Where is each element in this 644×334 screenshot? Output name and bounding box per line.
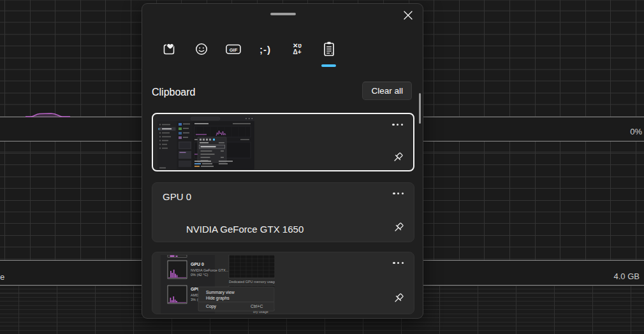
tab-symbols[interactable]: ✕ʋ Δ+ [288, 39, 307, 59]
pin-button[interactable] [392, 221, 406, 235]
item-options-button[interactable] [393, 192, 404, 194]
tab-recent[interactable] [160, 39, 179, 59]
symbols-icon: ✕ʋ Δ+ [293, 43, 302, 55]
axis-label-memory-max: 4.0 GB [614, 272, 640, 281]
pin-button[interactable] [392, 292, 406, 306]
thumb-menu-hide: Hide graphs [206, 296, 230, 301]
clipboard-item-text[interactable]: GPU 0 NVIDIA GeForce GTX 1650 [152, 182, 414, 242]
screenshot-thumbnail [157, 116, 254, 170]
tab-clipboard[interactable] [319, 39, 339, 59]
tab-kaomoji[interactable]: ;-) [256, 39, 275, 59]
kaomoji-icon: ;-) [260, 44, 271, 55]
close-icon [403, 10, 413, 20]
panel-title: Clipboard [152, 87, 195, 98]
tab-bar: GIF ;-) ✕ʋ Δ+ [160, 39, 339, 59]
clipboard-item-screenshot[interactable] [152, 113, 414, 171]
thumb-menu-copy: Copy [206, 304, 216, 309]
thumb-gpu0-sub: NVIDIA GeForce GTX... [191, 268, 229, 272]
pin-icon [392, 151, 404, 164]
tab-gif[interactable]: GIF [224, 39, 243, 59]
item-options-button[interactable] [393, 262, 404, 264]
clear-all-button[interactable]: Clear all [362, 82, 412, 100]
item-options-button[interactable] [392, 124, 403, 126]
thumb-dedicated-label: Dedicated GPU memory usage [229, 280, 275, 284]
gif-icon: GIF [225, 41, 242, 57]
pin-icon [392, 221, 405, 234]
clipboard-text-line2: NVIDIA GeForce GTX 1650 [186, 224, 304, 235]
thumb-gpu0-stat: 0% (42 °C) [191, 273, 209, 277]
gpu-screenshot-thumbnail: GPU 0 NVIDIA GeForce GTX... 0% (42 °C) G… [157, 255, 275, 314]
drag-handle[interactable] [270, 13, 296, 15]
symbols-glyph-bottom: Δ+ [293, 49, 302, 55]
clipboard-icon [321, 41, 337, 57]
axis-label-zero-percent: 0% [630, 127, 642, 136]
heart-box-icon [162, 41, 177, 57]
gpu-usage-curve [26, 109, 70, 117]
clipboard-panel: GIF ;-) ✕ʋ Δ+ Clipboard Clear all [142, 3, 423, 319]
tab-emoji[interactable] [192, 39, 211, 59]
clipboard-text-line1: GPU 0 [163, 191, 191, 202]
thumb-gpu0-name: GPU 0 [191, 262, 204, 266]
thumb-menu-summary: Summary view [206, 290, 235, 295]
clipboard-item-screenshot-2[interactable]: GPU 0 NVIDIA GeForce GTX... 0% (42 °C) G… [152, 252, 414, 314]
pin-button[interactable] [391, 151, 405, 165]
selected-tab-underline [321, 64, 336, 67]
scrollbar[interactable] [419, 93, 421, 124]
close-button[interactable] [399, 6, 418, 25]
emoji-icon [194, 41, 209, 57]
thumb-menu-shortcut: Ctrl+C [251, 304, 263, 309]
pin-icon [392, 292, 405, 305]
thumb-context-menu: Summary view Hide graphs Copy Ctrl+C [198, 287, 274, 311]
axis-label-cut: e [0, 272, 4, 282]
gif-label: GIF [230, 47, 238, 53]
